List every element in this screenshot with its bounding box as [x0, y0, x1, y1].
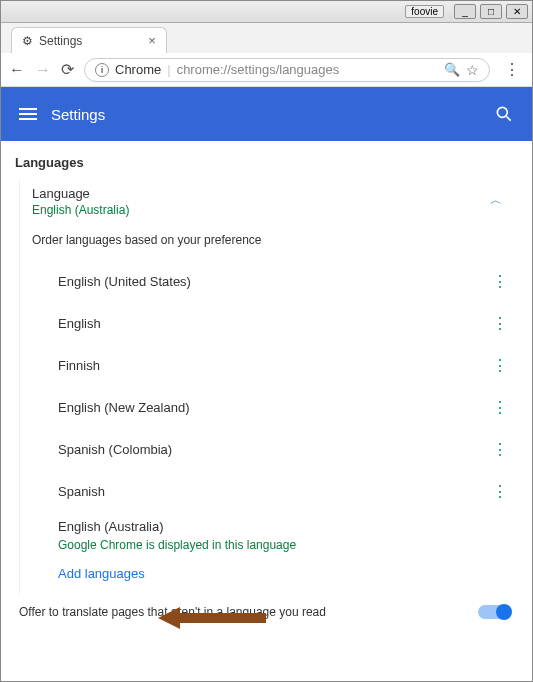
list-item: Spanish (Colombia) ⋮: [58, 429, 522, 471]
item-menu-icon[interactable]: ⋮: [492, 484, 508, 500]
svg-line-1: [507, 117, 511, 121]
svg-point-0: [497, 107, 507, 117]
foovie-badge: foovie: [405, 5, 444, 18]
language-row-subtitle: English (Australia): [32, 203, 129, 217]
item-menu-icon[interactable]: ⋮: [492, 274, 508, 290]
language-row-title: Language: [32, 186, 129, 201]
reload-button[interactable]: ⟳: [61, 60, 74, 79]
tab-title: Settings: [39, 34, 82, 48]
item-menu-icon[interactable]: ⋮: [492, 358, 508, 374]
hamburger-menu-icon[interactable]: [19, 108, 37, 120]
content-area[interactable]: Languages Language English (Australia) ︿…: [1, 141, 532, 681]
gear-icon: ⚙: [22, 34, 33, 48]
back-button[interactable]: ←: [9, 61, 25, 79]
page-title: Settings: [51, 106, 494, 123]
window-titlebar: foovie _ □ ✕: [1, 1, 532, 23]
list-item: English (United States) ⋮: [58, 261, 522, 303]
item-menu-icon[interactable]: ⋮: [492, 316, 508, 332]
url-scheme-label: Chrome: [115, 62, 161, 77]
translate-label: Offer to translate pages that aren't in …: [19, 605, 326, 619]
list-item: Finnish ⋮: [58, 345, 522, 387]
tab-settings[interactable]: ⚙ Settings ×: [11, 27, 167, 53]
add-languages-link[interactable]: Add languages: [32, 558, 522, 595]
minimize-button[interactable]: _: [454, 4, 476, 19]
zoom-icon[interactable]: 🔍: [444, 62, 460, 77]
forward-button[interactable]: →: [35, 61, 51, 79]
omnibox[interactable]: i Chrome | chrome://settings/languages 🔍…: [84, 58, 490, 82]
display-language-note: Google Chrome is displayed in this langu…: [58, 538, 296, 552]
list-item: English (Australia) Google Chrome is dis…: [58, 513, 522, 558]
list-item: English ⋮: [58, 303, 522, 345]
language-list: English (United States) ⋮ English ⋮ Finn…: [32, 261, 522, 558]
search-icon[interactable]: [494, 104, 514, 124]
list-item: Spanish ⋮: [58, 471, 522, 513]
chrome-menu-button[interactable]: ⋮: [500, 60, 524, 79]
list-item: English (New Zealand) ⋮: [58, 387, 522, 429]
bookmark-star-icon[interactable]: ☆: [466, 62, 479, 78]
site-info-icon[interactable]: i: [95, 63, 109, 77]
language-expand-row[interactable]: Language English (Australia) ︿: [32, 180, 522, 219]
nav-toolbar: ← → ⟳ i Chrome | chrome://settings/langu…: [1, 53, 532, 87]
translate-row: Offer to translate pages that aren't in …: [1, 595, 532, 629]
translate-toggle[interactable]: [478, 605, 510, 619]
close-window-button[interactable]: ✕: [506, 4, 528, 19]
chevron-up-icon: ︿: [480, 186, 512, 215]
item-menu-icon[interactable]: ⋮: [492, 400, 508, 416]
url-text: chrome://settings/languages: [177, 62, 438, 77]
maximize-button[interactable]: □: [480, 4, 502, 19]
close-tab-icon[interactable]: ×: [148, 33, 156, 48]
languages-card: Language English (Australia) ︿ Order lan…: [19, 180, 522, 595]
languages-section-heading: Languages: [1, 141, 532, 180]
item-menu-icon[interactable]: ⋮: [492, 442, 508, 458]
order-label: Order languages based on your preference: [32, 219, 522, 261]
tab-strip: ⚙ Settings ×: [1, 23, 532, 53]
settings-header: Settings: [1, 87, 532, 141]
